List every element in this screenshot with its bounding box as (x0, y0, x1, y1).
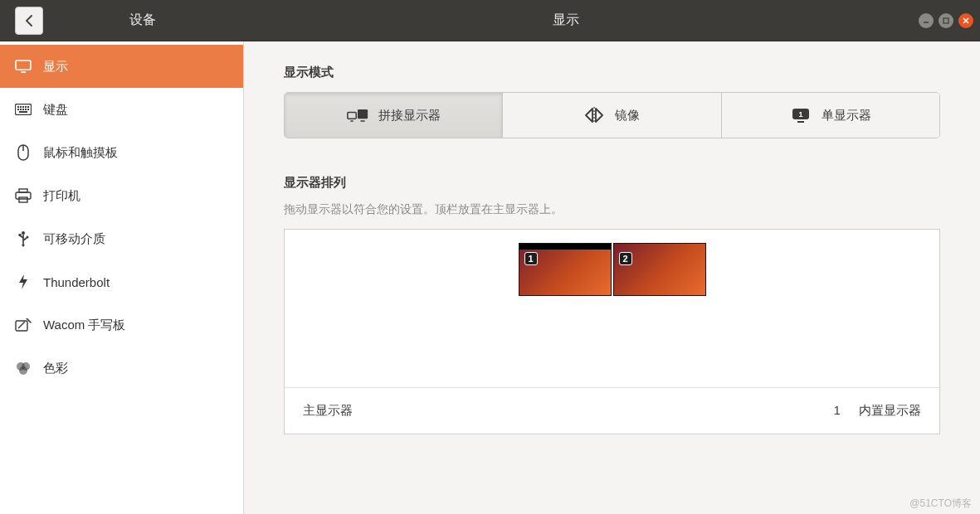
sidebar-item-keyboard[interactable]: 键盘 (0, 88, 243, 131)
svg-text:1: 1 (798, 110, 802, 119)
window-minimize-button[interactable] (919, 13, 934, 28)
back-button[interactable] (15, 7, 43, 35)
keyboard-icon (15, 101, 32, 118)
monitor-1[interactable]: 1 (519, 243, 612, 296)
sidebar-item-mouse-touchpad[interactable]: 鼠标和触摸板 (0, 131, 243, 174)
primary-display-value: 1 内置显示器 (833, 403, 921, 419)
mirror-icon (583, 107, 605, 124)
svg-point-21 (22, 231, 25, 235)
sidebar-item-label: 可移动介质 (43, 231, 105, 247)
svg-rect-20 (19, 197, 27, 202)
join-displays-icon (347, 107, 368, 124)
svg-rect-5 (17, 106, 19, 108)
single-display-icon: 1 (790, 107, 812, 124)
sidebar-item-label: 色彩 (43, 361, 68, 376)
sidebar-item-label: 键盘 (43, 102, 68, 118)
svg-rect-12 (22, 109, 24, 110)
svg-rect-25 (16, 321, 27, 331)
window-body: 显示 键盘 鼠标和触摸板 打印机 可移动介质 (0, 41, 980, 514)
svg-rect-1 (943, 18, 948, 23)
display-arrangement-heading: 显示器排列 (284, 175, 940, 191)
display-mode-heading: 显示模式 (284, 65, 940, 80)
primary-display-row[interactable]: 主显示器 1 内置显示器 (285, 387, 939, 434)
svg-rect-11 (20, 109, 22, 110)
sidebar-item-thunderbolt[interactable]: Thunderbolt (0, 260, 243, 303)
window-controls (919, 13, 973, 28)
primary-display-label: 主显示器 (303, 403, 353, 419)
svg-rect-13 (25, 109, 27, 110)
maximize-icon (943, 17, 949, 24)
svg-rect-9 (27, 106, 29, 108)
sidebar-item-displays[interactable]: 显示 (0, 45, 243, 88)
mode-label: 单显示器 (822, 108, 871, 124)
sidebar-item-wacom-tablet[interactable]: Wacom 手写板 (0, 303, 243, 347)
page-title: 显示 (242, 12, 889, 29)
svg-rect-7 (22, 106, 24, 108)
sidebar-item-label: 打印机 (43, 188, 80, 204)
svg-rect-8 (25, 106, 27, 108)
mode-label: 镜像 (615, 108, 640, 124)
mouse-icon (15, 144, 32, 161)
svg-rect-10 (17, 109, 19, 110)
chevron-left-icon (25, 15, 33, 27)
primary-display-index: 1 (833, 403, 840, 417)
sidebar-item-printers[interactable]: 打印机 (0, 174, 243, 217)
close-icon (963, 17, 969, 24)
printer-icon (15, 187, 32, 204)
sidebar-item-color[interactable]: 色彩 (0, 347, 243, 390)
sidebar-item-label: Thunderbolt (43, 275, 110, 289)
sidebar-item-removable-media[interactable]: 可移动介质 (0, 217, 243, 260)
display-arrangement-panel: 1 2 主显示器 1 内置显示器 (284, 229, 940, 434)
mode-join-displays[interactable]: 拼接显示器 (285, 93, 503, 138)
usb-icon (15, 230, 32, 247)
monitor-number-badge: 2 (619, 252, 632, 265)
svg-rect-23 (19, 234, 22, 236)
svg-rect-15 (19, 111, 27, 113)
window-maximize-button[interactable] (939, 13, 953, 28)
svg-point-28 (19, 366, 27, 375)
monitor-2[interactable]: 2 (613, 243, 706, 296)
display-arrangement-help: 拖动显示器以符合您的设置。顶栏放置在主显示器上。 (284, 202, 940, 217)
svg-rect-2 (16, 61, 31, 70)
monitor-number-badge: 1 (524, 252, 538, 265)
window-header: 设备 显示 (0, 0, 980, 41)
sidebar-item-label: 鼠标和触摸板 (43, 145, 118, 161)
svg-rect-6 (20, 106, 22, 108)
color-icon (15, 360, 32, 376)
mode-mirror[interactable]: 镜像 (503, 93, 721, 138)
primary-display-name: 内置显示器 (859, 403, 921, 417)
minimize-icon (923, 17, 929, 24)
svg-rect-19 (16, 192, 31, 199)
display-mode-segmented: 拼接显示器 镜像 1 单显示器 (284, 92, 940, 138)
sidebar: 显示 键盘 鼠标和触摸板 打印机 可移动介质 (0, 41, 244, 514)
main-content: 显示模式 拼接显示器 镜像 1 单显示器 显示器排列 拖 (244, 41, 980, 514)
thunderbolt-icon (15, 274, 32, 290)
mode-single-display[interactable]: 1 单显示器 (722, 93, 939, 138)
display-arrangement-canvas[interactable]: 1 2 (285, 230, 939, 387)
display-icon (15, 58, 32, 75)
svg-rect-29 (348, 113, 356, 119)
svg-rect-30 (358, 109, 368, 119)
monitor-topbar (519, 244, 611, 250)
svg-rect-14 (27, 109, 29, 110)
sidebar-item-label: 显示 (43, 59, 68, 75)
sidebar-item-label: Wacom 手写板 (43, 318, 125, 333)
mode-label: 拼接显示器 (378, 108, 441, 124)
tablet-icon (15, 317, 32, 333)
window-close-button[interactable] (958, 13, 973, 28)
sidebar-header-title: 设备 (43, 12, 242, 29)
svg-point-24 (27, 236, 29, 239)
